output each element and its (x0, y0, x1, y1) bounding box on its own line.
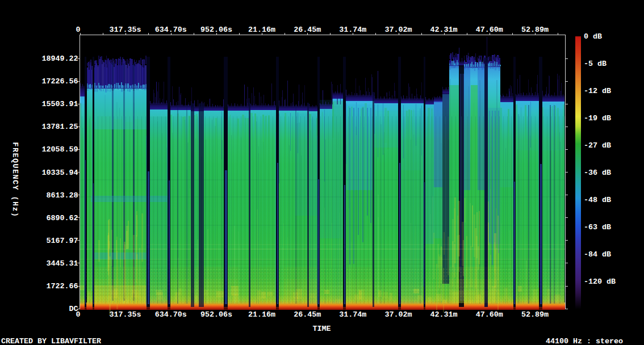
svg-text:21.16m: 21.16m (248, 310, 275, 319)
svg-text:21.16m: 21.16m (248, 26, 275, 34)
svg-text:-5 dB: -5 dB (584, 60, 607, 68)
svg-text:47.60m: 47.60m (476, 310, 503, 319)
svg-text:634.70s: 634.70s (155, 310, 187, 319)
svg-text:952.06s: 952.06s (200, 26, 232, 34)
svg-text:1722.66: 1722.66 (47, 282, 78, 291)
svg-text:52.89m: 52.89m (521, 310, 549, 319)
svg-text:42.31m: 42.31m (430, 26, 458, 34)
svg-text:37.02m: 37.02m (385, 26, 412, 34)
svg-text:47.60m: 47.60m (476, 26, 503, 34)
svg-text:17226.56: 17226.56 (42, 77, 78, 86)
svg-text:-48 dB: -48 dB (584, 196, 611, 204)
svg-text:317.35s: 317.35s (110, 310, 141, 319)
svg-text:5167.97: 5167.97 (47, 237, 78, 245)
svg-text:CREATED BY LIBAVFILTER: CREATED BY LIBAVFILTER (1, 337, 101, 345)
svg-text:31.74m: 31.74m (339, 26, 366, 34)
svg-text:12058.59: 12058.59 (42, 145, 78, 154)
svg-text:317.35s: 317.35s (110, 26, 141, 34)
svg-text:10335.94: 10335.94 (42, 169, 78, 177)
svg-text:-27 dB: -27 dB (584, 141, 611, 150)
svg-text:DC: DC (69, 305, 78, 313)
svg-text:6890.62: 6890.62 (47, 214, 78, 222)
svg-text:44100 Hz : stereo: 44100 Hz : stereo (546, 337, 623, 345)
svg-text:952.06s: 952.06s (200, 310, 232, 319)
svg-text:-63 dB: -63 dB (584, 223, 611, 232)
svg-text:-120 dB: -120 dB (584, 277, 616, 286)
svg-text:TIME: TIME (313, 325, 331, 333)
svg-text:13781.25: 13781.25 (42, 123, 78, 131)
svg-text:42.31m: 42.31m (430, 310, 458, 319)
svg-text:18949.22: 18949.22 (42, 54, 78, 63)
svg-text:8613.28: 8613.28 (47, 191, 78, 200)
svg-text:3445.31: 3445.31 (47, 259, 78, 268)
svg-text:26.45m: 26.45m (294, 26, 321, 34)
svg-text:-36 dB: -36 dB (584, 169, 611, 177)
svg-text:15503.91: 15503.91 (42, 100, 78, 108)
svg-text:31.74m: 31.74m (339, 310, 366, 319)
svg-text:-19 dB: -19 dB (584, 114, 611, 123)
svg-text:52.89m: 52.89m (521, 26, 549, 34)
svg-text:0: 0 (76, 26, 81, 34)
svg-text:0 dB: 0 dB (584, 32, 602, 41)
svg-text:37.02m: 37.02m (385, 310, 412, 319)
svg-text:26.45m: 26.45m (294, 310, 321, 319)
svg-text:-12 dB: -12 dB (584, 87, 611, 95)
svg-text:FREQUENCY (Hz): FREQUENCY (Hz) (11, 142, 19, 218)
svg-text:634.70s: 634.70s (155, 26, 187, 34)
svg-text:-84 dB: -84 dB (584, 250, 611, 259)
